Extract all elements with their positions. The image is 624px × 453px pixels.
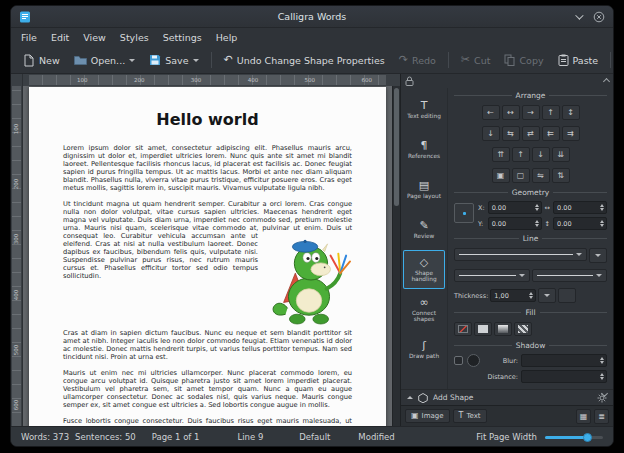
spin-up-icon[interactable] xyxy=(535,204,539,207)
open-button[interactable]: Open... xyxy=(68,52,141,69)
menu-item-help[interactable]: Help xyxy=(216,32,238,43)
spinbox-arrows[interactable] xyxy=(527,292,535,299)
menu-item-settings[interactable]: Settings xyxy=(163,32,202,43)
height-spinbox[interactable]: 0.00 xyxy=(553,217,607,230)
horizontal-ruler[interactable]: 100 200 300 400 500 600 xyxy=(23,74,400,86)
tool-tab-shape-handling[interactable]: ◇ Shape handling xyxy=(403,250,445,289)
x-position-value[interactable]: 0.00 xyxy=(489,204,533,212)
spin-down-icon[interactable] xyxy=(600,224,604,227)
page-indicator[interactable]: Page 1 of 1 xyxy=(152,432,200,442)
list-view-button[interactable]: ≣ xyxy=(594,409,609,424)
raise-shape-button[interactable]: ↑ xyxy=(512,147,530,162)
save-dropdown-icon[interactable] xyxy=(193,59,199,62)
grid-view-button[interactable]: ▦ xyxy=(576,409,591,424)
spin-down-icon[interactable] xyxy=(600,361,604,364)
spinbox-arrows[interactable] xyxy=(533,220,541,227)
paragraph-5[interactable]: Fusce lobortis congue consectetur. Duis … xyxy=(63,417,352,426)
spin-down-icon[interactable] xyxy=(535,224,539,227)
distribute-center-button[interactable]: ⇄ xyxy=(522,126,540,141)
join-style-button[interactable] xyxy=(558,288,576,303)
menu-item-file[interactable]: File xyxy=(21,32,37,43)
distance-spinbox[interactable] xyxy=(521,370,607,383)
align-top-button[interactable]: ↑ xyxy=(542,105,560,120)
spinbox-arrows[interactable] xyxy=(533,204,541,211)
undo-button[interactable]: ↶ Undo Change Shape Properties xyxy=(218,52,391,69)
scroll-down-icon[interactable] xyxy=(601,390,608,397)
fill-none-button[interactable] xyxy=(454,322,472,336)
spin-up-icon[interactable] xyxy=(600,220,604,223)
zoom-mode-button[interactable]: Fit Page Width xyxy=(476,432,537,442)
save-button[interactable]: Save xyxy=(143,51,204,69)
spinbox-arrows[interactable] xyxy=(598,220,606,227)
end-marker-dropdown[interactable] xyxy=(532,269,608,282)
scrollbar-thumb[interactable] xyxy=(394,88,399,206)
tool-tab-connect-shapes[interactable]: ∞ Connect shapes xyxy=(403,290,445,329)
titlebar[interactable]: Calligra Words xyxy=(11,6,613,28)
menu-item-styles[interactable]: Styles xyxy=(120,32,149,43)
vertical-ruler[interactable]: 100 200 300 400 500 600 xyxy=(11,86,23,426)
distribute-left-button[interactable]: ⇆ xyxy=(502,126,520,141)
width-value[interactable]: 0.00 xyxy=(554,204,598,212)
close-button[interactable] xyxy=(593,11,605,23)
spin-down-icon[interactable] xyxy=(529,296,533,299)
height-value[interactable]: 0.00 xyxy=(554,220,598,228)
bring-to-front-button[interactable]: ⇈ xyxy=(492,147,510,162)
start-marker-dropdown[interactable] xyxy=(454,269,530,282)
spin-down-icon[interactable] xyxy=(600,377,604,380)
docker-tab-image[interactable]: ▣ Image xyxy=(405,409,450,423)
redo-button[interactable]: ↷ Redo xyxy=(393,52,442,69)
paragraph-style-indicator[interactable]: Default xyxy=(299,432,330,442)
align-bottom-button[interactable]: ↓ xyxy=(482,126,500,141)
spin-up-icon[interactable] xyxy=(600,357,604,360)
tool-tab-review[interactable]: ✎ Review xyxy=(403,210,445,249)
line-style-dropdown[interactable] xyxy=(454,248,587,261)
new-button[interactable]: New xyxy=(17,51,66,70)
tool-tab-text-editing[interactable]: T Text editing xyxy=(403,90,445,129)
zoom-slider-handle[interactable] xyxy=(583,433,592,442)
position-anchor-selector[interactable] xyxy=(454,203,474,223)
document-heading[interactable]: Hello world xyxy=(63,110,352,129)
menu-item-view[interactable]: View xyxy=(83,32,106,43)
line-color-button[interactable] xyxy=(589,248,607,263)
paragraph-3[interactable]: Cras at diam in sapien dictum faucibus. … xyxy=(63,329,352,361)
cap-style-button[interactable] xyxy=(538,288,556,303)
docker-tab-text[interactable]: T Text xyxy=(453,409,487,423)
cut-button[interactable]: ✂ Cut xyxy=(455,52,497,69)
lock-icon[interactable] xyxy=(405,76,414,86)
distribute-spacing-button[interactable]: ⇉ xyxy=(562,126,580,141)
shadow-enable-checkbox[interactable] xyxy=(454,356,463,365)
fill-pattern-button[interactable] xyxy=(514,322,532,336)
shadow-color-swatch[interactable] xyxy=(467,354,480,367)
x-position-spinbox[interactable]: 0.00 xyxy=(488,201,542,214)
spinbox-arrows[interactable] xyxy=(598,357,606,364)
thickness-spinbox[interactable]: 1,00 xyxy=(490,289,536,302)
spin-up-icon[interactable] xyxy=(600,373,604,376)
copy-button[interactable]: Copy xyxy=(498,51,549,69)
konqi-mascot-image[interactable] xyxy=(266,234,352,326)
menu-item-edit[interactable]: Edit xyxy=(51,32,69,43)
paragraph-2[interactable]: Ut tincidunt magna ut quam hendrerit sem… xyxy=(63,200,352,280)
group-shapes-button[interactable]: ▣ xyxy=(492,168,510,183)
tool-tab-page-layout[interactable]: ▤ Page layout xyxy=(403,170,445,209)
scroll-up-icon[interactable] xyxy=(603,77,610,84)
align-left-button[interactable]: ← xyxy=(482,105,500,120)
fill-solid-button[interactable] xyxy=(474,322,492,336)
width-spinbox[interactable]: 0.00 xyxy=(553,201,607,214)
lower-shape-button[interactable]: ↓ xyxy=(532,147,550,162)
document-page[interactable]: Hello world Lorem ipsum dolor sit amet, … xyxy=(29,87,386,426)
paragraph-1[interactable]: Lorem ipsum dolor sit amet, consectetur … xyxy=(63,144,352,192)
paragraph-4[interactable]: Mauris ut enim nec mi ultricies ullamcor… xyxy=(63,369,352,409)
paste-button[interactable]: Paste xyxy=(552,51,605,69)
flip-vertical-button[interactable]: ⇅ xyxy=(552,168,570,183)
spin-down-icon[interactable] xyxy=(600,208,604,211)
paragraph-2-part-2[interactable]: Curabitur vehicula accumsan ante ut elei… xyxy=(63,232,258,280)
align-vcenter-button[interactable]: ↕ xyxy=(562,105,580,120)
align-hcenter-button[interactable]: ↔ xyxy=(502,105,520,120)
flip-horizontal-button[interactable]: ⇋ xyxy=(532,168,550,183)
ungroup-shapes-button[interactable]: ▢ xyxy=(512,168,530,183)
y-position-value[interactable]: 0.00 xyxy=(489,220,533,228)
y-position-spinbox[interactable]: 0.00 xyxy=(488,217,542,230)
open-dropdown-icon[interactable] xyxy=(129,59,135,62)
zoom-slider[interactable] xyxy=(545,432,603,442)
tool-tab-references[interactable]: ¶ References xyxy=(403,130,445,169)
